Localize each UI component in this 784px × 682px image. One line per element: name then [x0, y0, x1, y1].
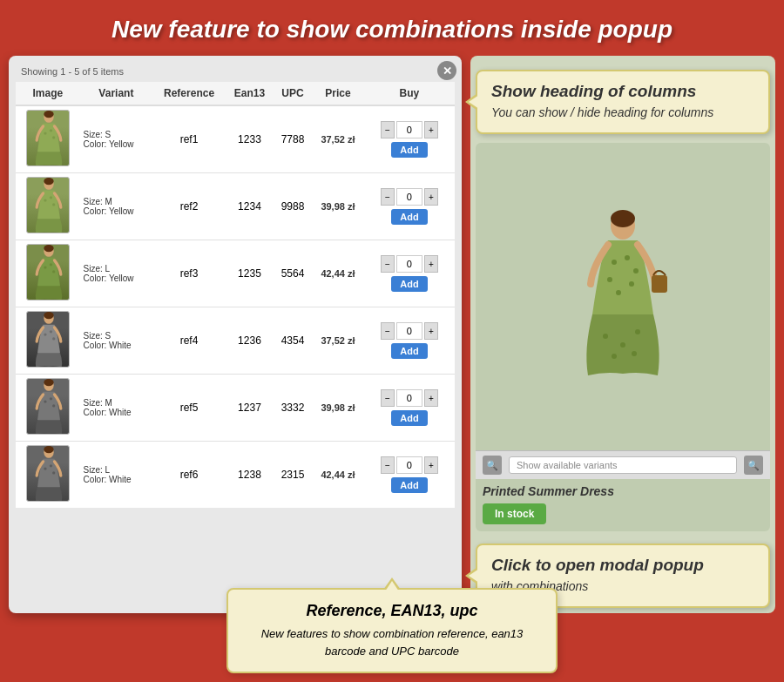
row-4-buy: − + Add — [364, 375, 455, 442]
row-5-price: 42,44 zł — [312, 442, 364, 509]
svg-point-4 — [52, 136, 55, 138]
row-3-reference: ref4 — [152, 307, 226, 375]
page-title: New feature to show combinations inside … — [0, 0, 784, 56]
callout-heading: Show heading of columns You can show / h… — [476, 70, 770, 134]
qty-plus-3[interactable]: + — [424, 322, 438, 340]
table-row: Size: LColor: Whiteref61238231542,44 zł … — [16, 442, 455, 509]
add-button-3[interactable]: Add — [391, 343, 427, 359]
right-panel-inner: Show heading of columns You can show / h… — [470, 56, 775, 613]
row-2-buy: − + Add — [364, 240, 455, 307]
qty-minus-3[interactable]: − — [381, 322, 395, 340]
table-row: Size: MColor: Yellowref21234998839,98 zł… — [16, 173, 455, 240]
thumbnail-svg-4 — [27, 379, 70, 435]
variant-text-5: Size: LColor: White — [84, 465, 150, 484]
table-row: Size: SColor: Yellowref11233778837,52 zł… — [16, 105, 455, 173]
row-5-image-cell — [16, 442, 80, 509]
svg-point-13 — [50, 263, 52, 266]
svg-point-37 — [616, 290, 621, 295]
row-0-reference: ref1 — [152, 105, 226, 173]
svg-point-42 — [632, 351, 637, 356]
svg-point-36 — [629, 281, 634, 287]
product-thumbnail-4 — [26, 378, 70, 435]
svg-point-31 — [611, 210, 635, 227]
stock-area: In stock — [476, 503, 770, 531]
product-thumbnail-0 — [26, 110, 70, 166]
qty-minus-4[interactable]: − — [381, 389, 395, 407]
qty-input-1[interactable] — [396, 188, 422, 206]
qty-plus-1[interactable]: + — [424, 188, 438, 206]
add-button-2[interactable]: Add — [391, 276, 427, 292]
qty-input-4[interactable] — [396, 389, 422, 407]
qty-plus-0[interactable]: + — [424, 121, 438, 138]
svg-point-6 — [44, 178, 53, 185]
col-header-price: Price — [312, 82, 364, 105]
qty-minus-2[interactable]: − — [381, 255, 395, 273]
qty-plus-5[interactable]: + — [424, 456, 438, 474]
search-icon-right[interactable]: 🔍 — [744, 456, 763, 475]
svg-point-27 — [44, 467, 46, 469]
svg-point-3 — [50, 129, 52, 132]
svg-point-35 — [607, 277, 612, 282]
qty-plus-4[interactable]: + — [424, 389, 438, 407]
product-image-svg — [575, 210, 671, 384]
buy-cell-2: − + Add — [368, 252, 451, 295]
svg-point-38 — [603, 334, 608, 339]
modal-showing-text: Showing 1 - 5 of 5 items — [16, 63, 455, 82]
variants-search-bar[interactable]: Show available variants — [509, 456, 737, 474]
qty-input-5[interactable] — [396, 456, 422, 474]
modal-close-button[interactable]: ✕ — [437, 61, 456, 80]
qty-plus-2[interactable]: + — [424, 255, 438, 273]
table-header: Image Variant Reference Ean13 UPC Price … — [16, 82, 455, 105]
qty-control-1: − + — [381, 188, 438, 206]
product-thumbnail-1 — [26, 177, 70, 233]
qty-minus-0[interactable]: − — [381, 121, 395, 138]
svg-rect-43 — [652, 275, 667, 293]
svg-point-29 — [52, 471, 55, 474]
qty-input-0[interactable] — [396, 121, 422, 138]
thumbnail-svg-1 — [27, 178, 70, 233]
add-button-1[interactable]: Add — [391, 209, 427, 225]
modal-panel: Showing 1 - 5 of 5 items ✕ Image Variant… — [9, 56, 462, 613]
qty-input-3[interactable] — [396, 322, 422, 340]
svg-point-26 — [44, 446, 53, 453]
qty-control-0: − + — [381, 121, 438, 138]
buy-cell-3: − + Add — [368, 319, 451, 362]
table-row: Size: LColor: Yellowref31235556442,44 zł… — [16, 240, 455, 307]
row-0-variant: Size: SColor: Yellow — [80, 105, 153, 173]
qty-control-4: − + — [381, 389, 438, 407]
svg-point-1 — [44, 111, 53, 118]
add-button-0[interactable]: Add — [391, 142, 427, 158]
row-0-buy: − + Add — [364, 105, 455, 173]
col-header-variant: Variant — [80, 82, 153, 105]
svg-point-14 — [52, 270, 55, 273]
qty-minus-1[interactable]: − — [381, 188, 395, 206]
qty-control-3: − + — [381, 322, 438, 340]
callout-heading-title: Show heading of columns — [491, 82, 754, 101]
svg-point-23 — [50, 397, 52, 400]
row-0-ean13: 1233 — [226, 105, 274, 173]
row-1-variant: Size: MColor: Yellow — [80, 173, 153, 240]
table-body: Size: SColor: Yellowref11233778837,52 zł… — [16, 105, 455, 508]
variants-table-container: Image Variant Reference Ean13 UPC Price … — [16, 82, 455, 508]
row-5-buy: − + Add — [364, 442, 455, 509]
qty-control-2: − + — [381, 255, 438, 273]
buy-cell-4: − + Add — [368, 386, 451, 429]
content-area: Showing 1 - 5 of 5 items ✕ Image Variant… — [9, 56, 775, 613]
add-button-4[interactable]: Add — [391, 410, 427, 426]
zoom-button[interactable]: 🔍 — [483, 456, 502, 475]
col-header-buy: Buy — [364, 82, 455, 105]
thumbnail-svg-3 — [27, 312, 70, 368]
variant-text-1: Size: MColor: Yellow — [84, 197, 150, 216]
thumbnail-svg-2 — [27, 245, 70, 300]
qty-minus-5[interactable]: − — [381, 456, 395, 474]
row-2-reference: ref3 — [152, 240, 226, 307]
col-header-image: Image — [16, 82, 80, 105]
row-4-variant: Size: MColor: White — [80, 375, 153, 442]
qty-input-2[interactable] — [396, 255, 422, 273]
add-button-5[interactable]: Add — [391, 477, 427, 493]
row-2-price: 42,44 zł — [312, 240, 364, 307]
product-bottom-controls: 🔍 Show available variants 🔍 — [476, 450, 770, 479]
svg-point-24 — [52, 404, 55, 407]
product-thumbnail-5 — [26, 445, 70, 502]
row-1-image-cell — [16, 173, 80, 240]
